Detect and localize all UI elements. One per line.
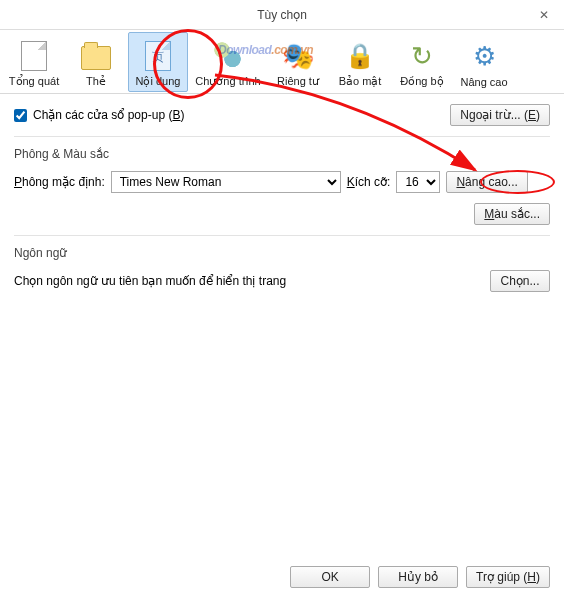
tab-programs[interactable]: Chương trình: [190, 32, 266, 92]
gear-icon: ⚙: [468, 41, 500, 73]
tab-label-sync: Đồng bộ: [400, 75, 443, 88]
default-font-label: Phông mặc định:: [14, 175, 105, 189]
tab-privacy[interactable]: 🎭 Riêng tư: [268, 32, 328, 92]
popup-exceptions-button[interactable]: Ngoại trừ... (E): [450, 104, 550, 126]
fonts-advanced-button[interactable]: Nâng cao...: [446, 171, 527, 193]
tab-sync[interactable]: ↻ Đồng bộ: [392, 32, 452, 92]
tab-label-privacy: Riêng tư: [277, 75, 319, 88]
help-button[interactable]: Trợ giúp (H): [466, 566, 550, 588]
cancel-button[interactable]: Hủy bỏ: [378, 566, 458, 588]
window-title: Tùy chọn: [257, 8, 307, 22]
separator: [14, 235, 550, 236]
popup-block-label: Chặn các cửa sổ pop-up (B): [33, 108, 184, 122]
lock-icon: 🔒: [344, 40, 376, 72]
toolbar: Tổng quát Thẻ Nội dung Chương trình 🎭 Ri…: [0, 30, 564, 94]
tab-security[interactable]: 🔒 Bảo mật: [330, 32, 390, 92]
sync-icon: ↻: [406, 40, 438, 72]
font-size-select[interactable]: 16: [396, 171, 440, 193]
default-font-select[interactable]: Times New Roman: [111, 171, 341, 193]
tab-label-advanced: Nâng cao: [460, 76, 507, 88]
dialog-footer: OK Hủy bỏ Trợ giúp (H): [0, 554, 564, 600]
programs-icon: [212, 40, 244, 72]
fonts-section-title: Phông & Màu sắc: [14, 147, 550, 161]
content-pane: Chặn các cửa sổ pop-up (B) Ngoại trừ... …: [0, 94, 564, 312]
lang-section-title: Ngôn ngữ: [14, 246, 550, 260]
tab-tabs[interactable]: Thẻ: [66, 32, 126, 92]
mask-icon: 🎭: [282, 40, 314, 72]
page-icon: [18, 40, 50, 72]
tab-advanced[interactable]: ⚙ Nâng cao: [454, 32, 514, 92]
tab-label-security: Bảo mật: [339, 75, 382, 88]
tab-label-general: Tổng quát: [9, 75, 59, 88]
separator: [14, 136, 550, 137]
popup-block-checkbox[interactable]: [14, 109, 27, 122]
ok-button[interactable]: OK: [290, 566, 370, 588]
tab-label-tabs: Thẻ: [86, 75, 106, 88]
tab-label-content: Nội dung: [136, 75, 181, 88]
tab-label-programs: Chương trình: [195, 75, 260, 88]
font-size-label: Kích cỡ:: [347, 175, 391, 189]
titlebar: Tùy chọn ✕: [0, 0, 564, 30]
tab-content[interactable]: Nội dung: [128, 32, 188, 92]
close-button[interactable]: ✕: [524, 0, 564, 29]
lang-choose-button[interactable]: Chọn...: [490, 270, 550, 292]
colors-button[interactable]: Màu sắc...: [474, 203, 550, 225]
tab-general[interactable]: Tổng quát: [4, 32, 64, 92]
lang-desc: Chọn ngôn ngữ ưu tiên bạn muốn để hiển t…: [14, 274, 286, 288]
close-icon: ✕: [539, 8, 549, 22]
folder-icon: [80, 40, 112, 72]
content-icon: [142, 40, 174, 72]
